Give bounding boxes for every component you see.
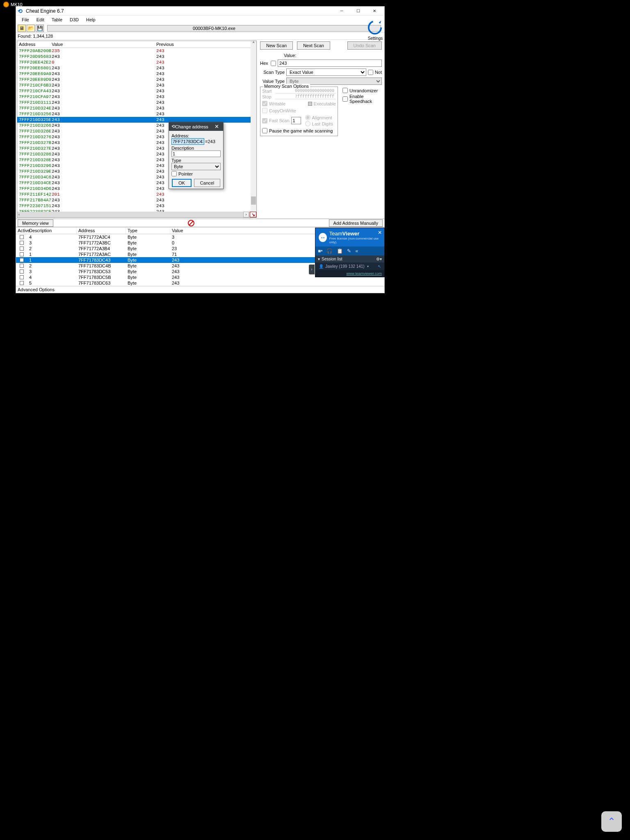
dialog-titlebar[interactable]: ⟲ Change address ✕: [169, 122, 223, 131]
dialog-title: Change address: [175, 124, 213, 129]
save-button[interactable]: 💾: [36, 25, 44, 32]
tv-session-header[interactable]: ▾Session list ⚙▾: [315, 256, 384, 262]
al-header-type[interactable]: Type: [126, 227, 170, 234]
results-header: Address Value Previous: [17, 41, 256, 48]
open-file-button[interactable]: 📂: [27, 25, 35, 32]
clipboard-icon[interactable]: 📋: [337, 248, 343, 254]
scrollbar-horizontal[interactable]: ‹: [17, 212, 251, 217]
results-row[interactable]: 7FFF210CFA97243243: [17, 94, 256, 100]
headset-icon[interactable]: 🎧: [326, 248, 333, 254]
menubar: File Edit Table D3D Help: [16, 16, 384, 24]
stop-addr[interactable]: 7fffffffffffffff: [275, 94, 336, 99]
pause-check[interactable]: [262, 128, 267, 133]
menu-d3d[interactable]: D3D: [66, 16, 82, 23]
open-process-button[interactable]: 🖥: [18, 25, 26, 32]
results-row[interactable]: 7FFF210D3256243243: [17, 111, 256, 117]
change-address-dialog: ⟲ Change address ✕ Address: =243 Descrip…: [169, 122, 224, 189]
gear-icon[interactable]: ⚙▾: [376, 257, 382, 261]
header-previous[interactable]: Previous: [155, 41, 256, 48]
user-icon: 👤: [319, 264, 324, 269]
scrollbar-vertical[interactable]: ^: [251, 41, 256, 211]
results-row[interactable]: 7FFF211EF142201243: [17, 192, 256, 197]
next-scan-button[interactable]: Next Scan: [297, 41, 330, 50]
process-name[interactable]: 00003BF0-MK10.exe: [47, 25, 381, 32]
tv-session-item[interactable]: 👤 Jawley (199 132 141) ▾ ↖: [315, 262, 384, 270]
results-row[interactable]: 7FFF210CFA43243243: [17, 88, 256, 94]
tv-header[interactable]: ↔ TeamViewer Free license (non-commercia…: [315, 228, 384, 247]
menu-help[interactable]: Help: [83, 16, 99, 23]
executable-check: [308, 102, 312, 106]
header-address[interactable]: Address: [17, 41, 50, 48]
dialog-eq: =243: [205, 139, 215, 144]
dialog-desc-input[interactable]: [171, 151, 221, 157]
results-row[interactable]: 7FFF20EE89D9243243: [17, 77, 256, 82]
toolbar: 🖥 📂 💾 00003BF0-MK10.exe: [16, 24, 384, 33]
menu-file[interactable]: File: [18, 16, 32, 23]
titlebar[interactable]: ⟲ Cheat Engine 6.7 ─ ☐ ✕: [16, 7, 384, 16]
cursor-icon[interactable]: ↖: [378, 264, 381, 269]
not-checkbox[interactable]: [368, 70, 373, 75]
dialog-type-label: Type: [171, 158, 221, 163]
results-row[interactable]: 7FFF20EE69A9243243: [17, 71, 256, 77]
dialog-cancel-button[interactable]: Cancel: [194, 179, 220, 187]
dialog-pointer-check[interactable]: [171, 171, 177, 176]
fastscan-val[interactable]: [291, 117, 301, 124]
undo-scan-button[interactable]: Undo Scan: [347, 41, 382, 50]
minimize-button[interactable]: ─: [333, 7, 350, 15]
results-row[interactable]: 7FFF210CF6B3243243: [17, 82, 256, 88]
addrlist-row[interactable]: 57FF71783DC63Byte243: [16, 280, 384, 286]
results-row[interactable]: 7FFF20D95683243243: [17, 54, 256, 59]
add-address-manually-button[interactable]: Add Address Manually: [329, 219, 383, 227]
results-row[interactable]: 7FFF22307151243243: [17, 203, 256, 209]
results-row[interactable]: 7FFF210D324E243243: [17, 105, 256, 111]
results-row[interactable]: 7FFF210D3111243243: [17, 100, 256, 105]
maximize-button[interactable]: ☐: [350, 7, 366, 15]
lastdigits-radio: [305, 121, 310, 126]
svg-point-0: [369, 21, 381, 34]
scan-type-select[interactable]: Exact Value: [286, 68, 366, 76]
tv-title: TeamViewer: [329, 231, 381, 237]
results-row[interactable]: 7FFF217B84A7243243: [17, 197, 256, 203]
no-icon[interactable]: [188, 220, 194, 226]
ce-logo-icon[interactable]: [367, 20, 383, 35]
video-icon[interactable]: ■•: [318, 248, 322, 254]
mem-options-legend: Memory Scan Options: [263, 84, 310, 89]
scroll-right[interactable]: ›: [243, 212, 249, 217]
tv-logo-icon: ↔: [319, 233, 327, 242]
value-label: Value:: [284, 53, 296, 58]
scroll-up-button[interactable]: ⌃: [601, 811, 622, 832]
header-value[interactable]: Value: [50, 41, 155, 48]
advanced-options[interactable]: Advanced Options: [16, 286, 384, 293]
teamviewer-panel: ↔ TeamViewer Free license (non-commercia…: [315, 228, 385, 277]
copyonwrite-check: [262, 108, 267, 113]
brush-icon[interactable]: ✎: [347, 248, 351, 254]
dialog-close-button[interactable]: ✕: [213, 123, 221, 130]
dialog-type-select[interactable]: Byte: [171, 163, 221, 170]
mk10-icon: [3, 2, 9, 7]
new-scan-button[interactable]: New Scan: [260, 41, 293, 50]
tv-collapse-tab[interactable]: ›: [309, 265, 315, 274]
speedhack-check[interactable]: [342, 96, 348, 102]
close-button[interactable]: ✕: [366, 7, 383, 15]
menu-edit[interactable]: Edit: [33, 16, 48, 23]
start-addr[interactable]: 0000000000000000: [275, 89, 336, 94]
add-to-list-button[interactable]: ↘: [250, 212, 256, 217]
al-header-active[interactable]: Active: [16, 227, 27, 234]
dialog-ok-button[interactable]: OK: [172, 179, 192, 187]
dialog-address-label: Address:: [171, 133, 221, 138]
al-header-addr[interactable]: Address: [77, 227, 126, 234]
found-count: Found: 1,344,128: [16, 33, 384, 40]
more-icon[interactable]: «: [355, 248, 358, 254]
menu-table[interactable]: Table: [48, 16, 66, 23]
value-input[interactable]: [278, 59, 382, 67]
results-row[interactable]: 7FFF20EE6801243243: [17, 65, 256, 71]
hex-checkbox[interactable]: [271, 61, 276, 66]
tv-close-button[interactable]: ✕: [378, 230, 382, 235]
results-row[interactable]: 7FFF20AB200B235243: [17, 48, 256, 54]
unrandomizer-check[interactable]: [342, 88, 348, 93]
dialog-address-input[interactable]: [171, 138, 204, 145]
al-header-desc[interactable]: Description: [27, 227, 77, 234]
results-row[interactable]: 7FFF20EE42E20243: [17, 59, 256, 65]
memory-view-button[interactable]: Memory view: [18, 219, 53, 227]
tv-footer-link[interactable]: www.teamviewer.com: [315, 270, 384, 277]
